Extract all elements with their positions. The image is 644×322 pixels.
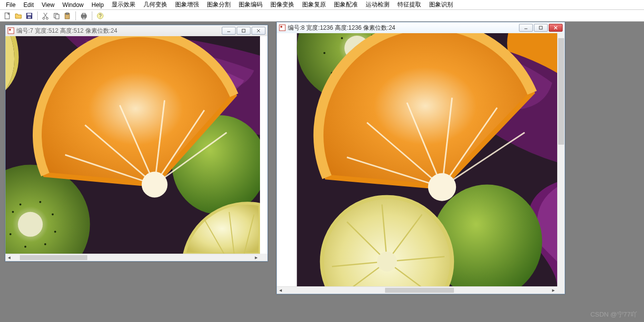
new-file-icon [3,12,11,20]
svg-rect-2 [27,13,31,15]
image-canvas[interactable] [277,33,557,286]
paste-icon [64,12,71,20]
window-titlebar[interactable]: 编号:7 宽度:512 高度:512 像素位数:24 [5,25,267,36]
help-icon: ? [96,12,104,20]
maximize-button[interactable] [237,27,251,35]
cut-icon [42,12,50,20]
svg-point-47 [323,52,325,54]
svg-rect-11 [82,13,85,15]
svg-rect-15 [8,28,14,34]
svg-rect-7 [56,14,59,19]
paste-button[interactable] [63,11,72,20]
svg-point-41 [341,37,343,39]
help-button[interactable]: ? [96,11,105,20]
menu-image-transform[interactable]: 图像变换 [266,0,298,10]
svg-point-31 [142,172,168,198]
svg-rect-3 [28,16,31,18]
window-body: ◄ ► [5,36,267,261]
menu-edit[interactable]: Edit [19,0,38,9]
menu-image-recognize[interactable]: 图象识别 [425,0,457,10]
copy-button[interactable] [52,11,61,20]
app-icon [279,24,286,31]
menu-window[interactable]: Window [59,0,88,9]
menu-image-encode[interactable]: 图象编码 [235,0,266,10]
maximize-button[interactable] [534,24,548,32]
window-controls [519,24,563,32]
save-button[interactable] [25,11,34,20]
scroll-left-button[interactable]: ◄ [5,254,13,262]
svg-point-16 [9,29,11,31]
open-folder-icon [14,12,22,20]
svg-point-26 [44,243,46,245]
toolbar-separator [75,11,76,20]
minimize-button[interactable] [222,27,236,35]
svg-point-25 [54,231,56,233]
svg-point-27 [24,246,26,248]
menu-help[interactable]: Help [88,0,108,9]
svg-point-23 [39,201,41,203]
toolbar-separator [37,11,38,20]
scroll-thumb[interactable] [385,288,454,293]
toolbar-separator [92,11,92,20]
new-file-button[interactable] [3,11,12,20]
svg-point-21 [18,212,43,237]
save-disk-icon [25,12,33,20]
scroll-track[interactable] [284,287,550,294]
window-body: ◄ ► [277,33,565,294]
scroll-thumb[interactable] [20,255,87,260]
scroll-thumb[interactable] [558,38,564,145]
menu-feature-extract[interactable]: 特征提取 [393,0,425,10]
menu-image-segment[interactable]: 图象分割 [203,0,235,10]
svg-rect-10 [81,15,86,17]
menu-image-register[interactable]: 图象配准 [330,0,362,10]
svg-point-29 [12,211,14,213]
window-title-text: 编号:7 宽度:512 高度:512 像素位数:24 [16,27,220,35]
scroll-track[interactable] [13,254,253,261]
menu-geom-transform[interactable]: 几何变换 [139,0,171,10]
svg-rect-18 [242,29,245,32]
mdi-workspace: 编号:7 宽度:512 高度:512 像素位数:24 [0,22,644,322]
watermark-text: CSDN @宁77吖 [590,310,637,319]
svg-point-28 [9,233,11,235]
close-button[interactable] [549,24,563,32]
scroll-corner [557,286,565,294]
svg-point-33 [280,26,282,28]
window-title-text: 编号:8 宽度:1236 高度:1236 像素位数:24 [288,24,517,32]
toolbar: ? [0,10,644,22]
vertical-scrollbar[interactable] [557,33,565,286]
print-button[interactable] [79,11,88,20]
cut-button[interactable] [41,11,50,20]
image-window-7[interactable]: 编号:7 宽度:512 高度:512 像素位数:24 [5,25,268,262]
print-icon [80,12,88,20]
scroll-corner [260,254,267,261]
menu-display-effect[interactable]: 显示效果 [108,0,139,10]
svg-rect-35 [539,26,542,29]
menu-motion-detect[interactable]: 运动检测 [362,0,393,10]
scroll-right-button[interactable]: ► [550,287,557,294]
menu-image-restore[interactable]: 图象复原 [298,0,330,10]
horizontal-scrollbar[interactable]: ◄ ► [5,254,260,261]
horizontal-scrollbar[interactable]: ◄ ► [277,286,557,294]
app-icon [7,27,14,34]
svg-rect-9 [66,13,68,14]
menu-bar: File Edit View Window Help 显示效果 几何变换 图象增… [0,0,644,10]
window-titlebar[interactable]: 编号:8 宽度:1236 高度:1236 像素位数:24 [277,22,565,33]
svg-rect-12 [82,17,85,19]
close-button[interactable] [252,27,265,35]
scroll-left-button[interactable]: ◄ [277,287,284,294]
minimize-button[interactable] [519,24,533,32]
fruits-image [277,33,557,286]
svg-point-24 [52,214,54,215]
open-file-button[interactable] [14,11,23,20]
menu-image-enhance[interactable]: 图象增强 [171,0,203,10]
scroll-right-button[interactable]: ► [253,254,260,262]
svg-point-51 [428,173,456,201]
svg-point-22 [19,204,21,206]
fruits-image [5,36,260,254]
window-controls [222,27,265,35]
image-window-8[interactable]: 编号:8 宽度:1236 高度:1236 像素位数:24 [276,22,565,294]
menu-file[interactable]: File [2,0,19,9]
menu-view[interactable]: View [38,0,59,9]
copy-icon [53,12,61,20]
image-canvas[interactable] [5,36,260,254]
